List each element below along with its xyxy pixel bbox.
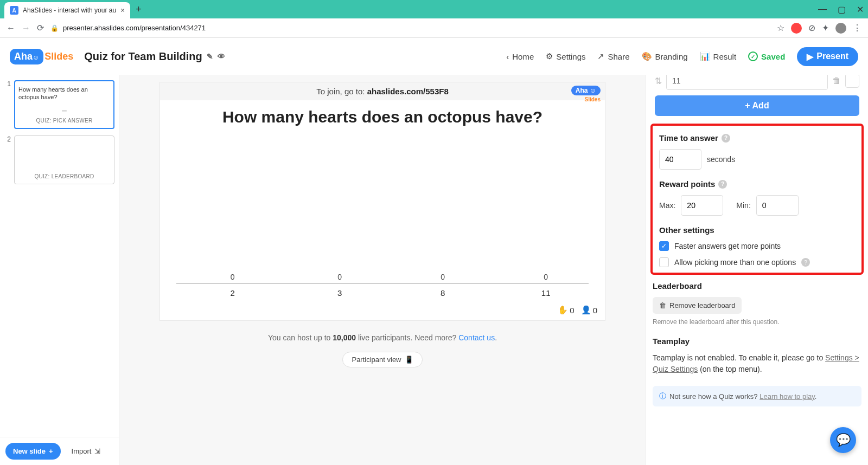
close-tab-icon[interactable]: × xyxy=(120,6,125,15)
question-text[interactable]: How many hearts does an octopus have? xyxy=(160,100,605,126)
contact-link[interactable]: Contact us xyxy=(458,333,495,342)
new-tab-button[interactable]: + xyxy=(136,4,142,15)
people-count: 👤0 xyxy=(581,305,597,315)
branding-link[interactable]: 🎨Branding xyxy=(642,51,688,61)
remove-leaderboard-button[interactable]: 🗑Remove leaderboard xyxy=(653,297,742,314)
result-link[interactable]: 📊Result xyxy=(700,51,737,61)
back-icon[interactable]: ← xyxy=(7,23,15,33)
help-icon[interactable]: ? xyxy=(801,258,810,267)
reload-icon[interactable]: ⟳ xyxy=(37,23,44,33)
close-window-icon[interactable]: ✕ xyxy=(857,4,864,15)
present-button[interactable]: ▶Present xyxy=(797,47,858,66)
browser-tab[interactable]: A AhaSlides - interact with your au × xyxy=(4,2,130,18)
learn-link[interactable]: Learn how to play xyxy=(760,392,815,401)
faster-answers-checkbox[interactable]: ✓ xyxy=(659,241,669,251)
highlighted-settings: Time to answer? seconds Reward points? M… xyxy=(650,124,864,275)
canvas-logo: Aha ☺ xyxy=(571,86,601,95)
avatar-icon[interactable] xyxy=(835,23,846,34)
extension-icon[interactable] xyxy=(791,23,802,34)
forward-icon[interactable]: → xyxy=(22,23,30,33)
logo[interactable]: Aha☺ Slides xyxy=(10,49,73,64)
address-bar: ← → ⟳ 🔒 presenter.ahaslides.com/presenta… xyxy=(0,18,868,38)
remove-leaderboard-hint: Remove the leaderboard after this questi… xyxy=(653,318,861,326)
settings-link[interactable]: ⚙Settings xyxy=(546,51,585,61)
minimize-icon[interactable]: — xyxy=(818,4,827,15)
app-header: Aha☺ Slides Quiz for Team Building ✎ 👁 ‹… xyxy=(0,38,868,75)
host-note: You can host up to 10,000 live participa… xyxy=(268,333,497,342)
answer-chart: 02 03 08 011 xyxy=(176,137,589,300)
menu-icon[interactable]: ⋮ xyxy=(853,23,861,33)
gear-icon: ⚙ xyxy=(546,51,553,61)
chart-icon: 📊 xyxy=(700,51,710,61)
hand-icon: ✋ xyxy=(558,305,568,315)
slide-thumb-1[interactable]: 1 How many hearts does an octopus have? … xyxy=(4,80,114,129)
time-input[interactable] xyxy=(659,149,701,170)
chat-fab[interactable]: 💬 xyxy=(830,427,856,453)
max-points-input[interactable] xyxy=(681,195,723,216)
trash-icon: 🗑 xyxy=(659,301,666,309)
teamplay-title: Teamplay xyxy=(653,337,861,346)
logo-text-b: Slides xyxy=(44,51,73,62)
help-icon[interactable]: ? xyxy=(722,134,730,143)
palette-icon: 🎨 xyxy=(642,51,652,61)
min-points-input[interactable] xyxy=(756,195,799,216)
preview-icon[interactable]: 👁 xyxy=(218,52,225,61)
settings-panel: ⇅ 🗑 + Add Time to answer? seconds Reward… xyxy=(646,75,868,465)
drag-handle-icon[interactable]: ⇅ xyxy=(655,76,662,86)
title-text: Quiz for Team Building xyxy=(84,50,202,63)
edit-title-icon[interactable]: ✎ xyxy=(207,52,213,61)
logo-text-a: Aha xyxy=(14,51,33,62)
person-icon: 👤 xyxy=(581,305,591,315)
reward-points-title: Reward points? xyxy=(659,179,855,189)
saved-status: ✓Saved xyxy=(748,51,785,61)
info-icon: ⓘ xyxy=(659,391,666,401)
add-option-button[interactable]: + Add xyxy=(655,95,859,116)
teamplay-text: Teamplay is not enabled. To enable it, p… xyxy=(653,352,861,375)
option-input[interactable] xyxy=(666,75,828,90)
browser-tab-strip: A AhaSlides - interact with your au × + … xyxy=(0,0,868,18)
favicon: A xyxy=(10,6,18,15)
share-icon: ↗ xyxy=(597,51,604,61)
url-field[interactable]: 🔒 presenter.ahaslides.com/presentation/4… xyxy=(50,24,770,32)
url-text: presenter.ahaslides.com/presentation/434… xyxy=(63,24,206,32)
phone-icon: 📱 xyxy=(405,356,413,364)
help-icon[interactable]: ? xyxy=(718,180,727,189)
allow-multiple-checkbox[interactable] xyxy=(659,257,669,267)
puzzle-icon[interactable]: ✦ xyxy=(822,23,829,33)
new-slide-button[interactable]: New slide+ xyxy=(5,443,61,460)
slide-thumb-2[interactable]: 2 QUIZ: LEADERBOARD xyxy=(4,135,114,184)
chat-icon: 💬 xyxy=(836,433,851,447)
block-icon[interactable]: ⊘ xyxy=(808,23,815,33)
star-icon[interactable]: ☆ xyxy=(777,23,784,33)
leaderboard-title: Leaderboard xyxy=(653,281,861,290)
join-code: ahaslides.com/553F8 xyxy=(367,87,449,96)
lock-icon: 🔒 xyxy=(50,24,59,32)
play-icon: ▶ xyxy=(807,51,813,62)
plus-icon: + xyxy=(49,447,53,455)
hands-count: ✋0 xyxy=(558,305,574,315)
slide-canvas: To join, go to: ahaslides.com/553F8 Aha … xyxy=(160,82,605,320)
share-link[interactable]: ↗Share xyxy=(597,51,629,61)
delete-option-icon[interactable]: 🗑 xyxy=(832,76,841,86)
list-icon: ═ xyxy=(62,107,67,115)
import-button[interactable]: Import⇲ xyxy=(66,443,106,460)
import-icon: ⇲ xyxy=(94,447,100,455)
option-row: ⇅ 🗑 xyxy=(653,75,861,90)
participant-view-button[interactable]: Participant view📱 xyxy=(342,352,422,367)
home-link[interactable]: ‹Home xyxy=(506,52,534,61)
slide-list: 1 How many hearts does an octopus have? … xyxy=(0,75,119,465)
canvas-area: To join, go to: ahaslides.com/553F8 Aha … xyxy=(119,75,646,465)
correct-checkbox[interactable] xyxy=(845,75,859,88)
tab-title: AhaSlides - interact with your au xyxy=(23,7,116,14)
info-box: ⓘ Not sure how a Quiz works? Learn how t… xyxy=(653,386,861,406)
join-bar: To join, go to: ahaslides.com/553F8 Aha … xyxy=(160,82,605,100)
check-icon: ✓ xyxy=(748,51,758,61)
chevron-left-icon: ‹ xyxy=(506,52,509,61)
plus-icon: + xyxy=(745,101,752,110)
presentation-title: Quiz for Team Building ✎ 👁 xyxy=(84,50,225,63)
time-to-answer-title: Time to answer? xyxy=(659,133,855,143)
maximize-icon[interactable]: ▢ xyxy=(838,4,846,15)
other-settings-title: Other settings xyxy=(659,225,855,235)
